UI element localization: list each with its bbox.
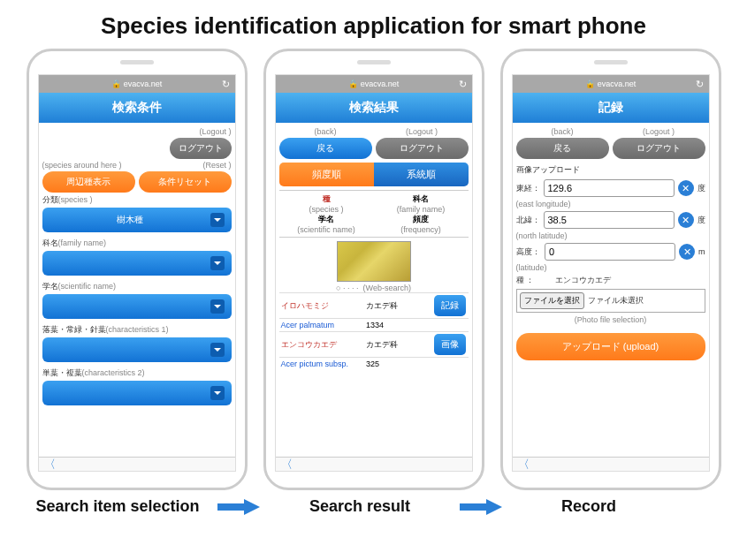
logout-annotation: (Logout ) [613,127,705,136]
species-label: 種 ： [516,275,552,286]
result-frequency: 325 [366,359,422,368]
field4-annotation: (characteristics 1) [106,325,169,334]
back-icon[interactable]: 〈 [518,457,530,473]
result-row: Acer palmatum 1334 [279,318,469,331]
tab-phylogeny[interactable]: 系統順 [374,163,469,186]
species-value: エンコウカエデ [555,275,611,286]
species-dropdown[interactable]: 樹木種 [42,208,232,232]
screen-header: 記録 [513,93,709,123]
clear-icon[interactable]: ✕ [678,212,694,228]
screen-header: 検索結果 [276,93,472,123]
logout-button[interactable]: ログアウト [170,138,232,159]
species-around-button[interactable]: 周辺種表示 [42,171,135,193]
reset-button[interactable]: 条件リセット [139,171,232,193]
sort-tabs: 頻度順 系統順 [279,163,469,186]
result-sci-name: Acer palmatum [281,321,367,329]
family-dropdown[interactable] [42,251,232,276]
column-headers: 種(species )学名(scientific name) 科名(family… [279,190,469,238]
record-button[interactable]: 記録 [434,295,466,316]
result-row: イロハモミジ カエデ科 記録 [279,292,469,318]
clear-icon[interactable]: ✕ [679,244,695,260]
back-icon[interactable]: 〈 [44,457,56,473]
field4-label: 落葉・常緑・針葉 [42,325,106,334]
char1-dropdown[interactable] [42,337,232,362]
lock-icon: 🔒 [111,79,121,88]
field1-label: 分類 [42,195,58,204]
refresh-icon[interactable]: ↻ [696,79,704,90]
refresh-icon[interactable]: ↻ [222,79,230,90]
file-select-button[interactable]: ファイルを選択 [520,292,584,309]
latitude-annotation: (north latitude) [516,231,705,240]
result-jp-name: エンコウカエデ [281,339,367,351]
lock-icon: 🔒 [585,79,595,88]
back-button[interactable]: 戻る [279,138,372,159]
altitude-label: 高度： [516,246,542,258]
phone-search-result: 🔒evacva.net ↻ 検索結果 (back)(Logout ) 戻る ログ… [263,49,484,490]
logout-button[interactable]: ログアウト [376,138,469,159]
url-text: 🔒evacva.net [111,79,163,88]
arrow-icon [217,499,260,515]
url-text: 🔒evacva.net [585,79,636,88]
phone-search-selection: 🔒evacva.net ↻ 検索条件 (Logout ) ログアウト (spec… [27,49,248,490]
caption-row: Search item selection Search result Reco… [0,490,747,516]
latitude-input[interactable] [544,211,675,229]
field3-label: 学名 [42,282,58,291]
phone-row: 🔒evacva.net ↻ 検索条件 (Logout ) ログアウト (spec… [0,49,747,490]
url-bar: 🔒evacva.net ↻ [39,75,235,93]
altitude-unit: m [698,247,705,256]
bottom-bar: 〈 [276,457,472,471]
result-thumbnail[interactable] [337,241,411,282]
result-family: カエデ科 [366,339,422,351]
url-bar: 🔒evacva.net ↻ [276,75,472,93]
back-icon[interactable]: 〈 [281,457,293,473]
field5-annotation: (characteristics 2) [82,368,145,377]
upload-button[interactable]: アップロード (upload) [516,333,705,360]
field2-label: 科名 [42,238,58,247]
screen-header: 検索条件 [39,93,235,123]
file-annotation: (Photo file selection) [516,315,705,324]
url-bar: 🔒evacva.net ↻ [513,75,709,93]
altitude-annotation: (latitude) [516,263,705,272]
char2-dropdown[interactable] [42,381,232,405]
bottom-bar: 〈 [39,457,235,471]
file-none-label: ファイル未選択 [588,295,644,306]
species-around-annotation: (species around here ) [42,161,122,170]
tab-frequency[interactable]: 頻度順 [279,163,374,186]
chevron-down-icon [210,386,225,400]
result-jp-name: イロハモミジ [281,300,367,312]
url-text: 🔒evacva.net [348,79,400,88]
page-title: Species identification application for s… [0,0,747,49]
caption-search-selection: Search item selection [25,497,210,516]
reset-annotation: (Reset ) [202,161,231,170]
field2-annotation: (family name) [58,238,107,247]
clear-icon[interactable]: ✕ [678,180,694,196]
caption-search-result: Search result [267,497,453,516]
result-row: Acer pictum subsp. 325 [279,357,469,370]
web-search-annotation: (Web-search) [363,284,411,292]
bottom-bar: 〈 [513,457,709,471]
refresh-icon[interactable]: ↻ [459,79,467,90]
longitude-input[interactable] [544,179,675,197]
chevron-down-icon [210,213,225,227]
result-frequency: 1334 [366,321,422,329]
phone-record: 🔒evacva.net ↻ 記録 (back)(Logout ) 戻る ログアウ… [500,49,721,490]
longitude-annotation: (east longitude) [516,200,705,208]
back-annotation: (back) [516,127,609,136]
result-row: エンコウカエデ カエデ科 画像 [279,331,469,357]
image-button[interactable]: 画像 [434,334,466,355]
result-sci-name: Acer pictum subsp. [281,359,367,368]
field1-annotation: (species ) [58,195,93,204]
back-annotation: (back) [279,127,372,136]
section-label: 画像アップロード [516,164,705,176]
caption-record: Record [509,497,668,516]
logout-annotation: (Logout ) [376,127,469,136]
longitude-unit: 度 [697,183,705,194]
logout-button[interactable]: ログアウト [613,138,705,159]
logout-annotation: (Logout ) [199,127,231,136]
field5-label: 単葉・複葉 [42,368,82,377]
back-button[interactable]: 戻る [516,138,609,159]
chevron-down-icon [210,299,225,314]
altitude-input[interactable] [545,243,675,261]
scientific-name-dropdown[interactable] [42,294,232,319]
lock-icon: 🔒 [348,79,358,88]
